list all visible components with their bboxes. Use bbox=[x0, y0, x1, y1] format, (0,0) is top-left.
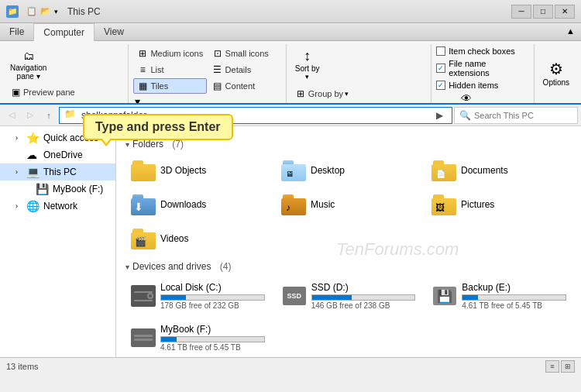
list-view-toggle[interactable]: ≡ bbox=[545, 360, 559, 373]
drive-icon-e: 💾 bbox=[432, 284, 457, 308]
grid-view-toggle[interactable]: ⊞ bbox=[561, 360, 575, 373]
ribbon-collapse-button[interactable]: ▲ bbox=[560, 23, 581, 40]
tiles-button[interactable]: ▦ Tiles bbox=[133, 78, 206, 94]
tab-file[interactable]: File bbox=[0, 23, 33, 40]
drive-item-e[interactable]: 💾 Backup (E:) 4.61 TB free of 5.45 TB bbox=[427, 278, 572, 314]
onedrive-label: OneDrive bbox=[43, 150, 83, 160]
folder-item-videos[interactable]: 🎬 Videos bbox=[125, 224, 271, 253]
search-bar[interactable]: 🔍 bbox=[454, 107, 578, 124]
item-checkboxes-row[interactable]: Item check boxes bbox=[436, 46, 515, 57]
content-button[interactable]: ▤ Content bbox=[208, 78, 281, 94]
folder-item-desktop[interactable]: 🖥 Desktop bbox=[276, 156, 421, 185]
content-area: › ⭐ Quick access ☁ OneDrive › 💻 This PC … bbox=[0, 126, 581, 357]
devices-title: Devices and drives bbox=[132, 261, 211, 272]
medium-icons-icon: ⊞ bbox=[136, 47, 149, 60]
drive-bar-container-e bbox=[462, 294, 566, 301]
search-input[interactable] bbox=[474, 111, 572, 120]
item-checkboxes-checkbox[interactable] bbox=[436, 46, 445, 56]
devices-section-header: ▾ Devices and drives (4) bbox=[125, 261, 572, 272]
this-pc-label: This PC bbox=[43, 167, 77, 177]
group-by-icon: ⊞ bbox=[294, 88, 307, 100]
hide-selected-button[interactable]: 👁 Hide selected items bbox=[436, 92, 497, 105]
ribbon-group-options: ⚙ Options bbox=[536, 44, 578, 103]
drive-free-c: 178 GB free of 232 GB bbox=[160, 301, 265, 310]
folder-name-3dobjects: 3D Objects bbox=[160, 165, 206, 176]
sidebar-item-mybook[interactable]: 💾 MyBook (F:) bbox=[0, 181, 115, 198]
small-icons-button[interactable]: ⊡ Small icons bbox=[208, 46, 281, 61]
tooltip-balloon: Type and press Enter bbox=[83, 114, 233, 140]
address-bar[interactable]: 📁 shell:appsfolder ▶ Type and press Ente… bbox=[59, 107, 452, 124]
drive-icon-c bbox=[131, 284, 156, 308]
medium-icons-button[interactable]: ⊞ Medium icons bbox=[133, 46, 206, 61]
hidden-items-label: Hidden items bbox=[449, 81, 498, 90]
qa-new-folder-icon[interactable]: 📂 bbox=[40, 6, 51, 16]
drive-free-d: 146 GB free of 238 GB bbox=[311, 301, 416, 310]
folder-item-pictures[interactable]: 🖼 Pictures bbox=[426, 190, 572, 219]
mybook-label: MyBook (F:) bbox=[53, 184, 103, 194]
details-button[interactable]: ☰ Details bbox=[208, 62, 281, 77]
folder-item-music[interactable]: ♪ Music bbox=[276, 190, 421, 219]
folder-name-documents: Documents bbox=[461, 165, 508, 176]
drive-item-f[interactable]: MyBook (F:) 4.61 TB free of 5.45 TB bbox=[125, 320, 270, 356]
file-ext-row[interactable]: File name extensions bbox=[436, 58, 529, 78]
title-text: This PC bbox=[67, 6, 101, 17]
window-controls: ─ □ ✕ bbox=[511, 5, 575, 19]
navigation-pane-button[interactable]: 🗂 Navigation pane ▾ bbox=[6, 46, 50, 83]
folder-item-documents[interactable]: 📄 Documents bbox=[426, 156, 572, 185]
title-bar: 📁 📋 📂 ▾ This PC ─ □ ✕ bbox=[0, 0, 581, 23]
navigation-pane-icon: 🗂 bbox=[21, 48, 36, 64]
drive-item-d[interactable]: SSD SSD (D:) 146 GB free of 238 GB bbox=[277, 278, 421, 314]
devices-chevron[interactable]: ▾ bbox=[125, 263, 129, 271]
file-ext-checkbox[interactable] bbox=[436, 64, 445, 73]
folder-item-downloads[interactable]: ⬇ Downloads bbox=[125, 190, 271, 219]
devices-count: (4) bbox=[220, 261, 232, 272]
maximize-button[interactable]: □ bbox=[533, 5, 553, 19]
drive-free-e: 4.61 TB free of 5.45 TB bbox=[462, 301, 566, 310]
list-button[interactable]: ≡ List bbox=[133, 62, 206, 77]
qa-properties-icon[interactable]: 📋 bbox=[26, 6, 37, 16]
drive-item-c[interactable]: Local Disk (C:) 178 GB free of 232 GB bbox=[125, 278, 270, 314]
folders-title: Folders bbox=[132, 139, 163, 150]
quick-access-chevron: › bbox=[15, 134, 23, 142]
folder-name-downloads: Downloads bbox=[160, 199, 206, 210]
quick-access-icon: ⭐ bbox=[26, 132, 40, 144]
sort-by-label: Sort by bbox=[295, 64, 320, 73]
qa-dropdown-icon[interactable]: ▾ bbox=[54, 8, 58, 15]
hidden-items-checkbox[interactable] bbox=[436, 81, 445, 90]
folder-icon-videos: 🎬 bbox=[131, 228, 156, 249]
sidebar-item-this-pc[interactable]: › 💻 This PC bbox=[0, 163, 115, 181]
sort-by-button[interactable]: ↕ Sort by ▾ bbox=[291, 46, 324, 83]
preview-pane-button[interactable]: ▣ Preview pane bbox=[6, 84, 78, 100]
sidebar-item-network[interactable]: › 🌐 Network bbox=[0, 198, 115, 215]
folder-item-3dobjects[interactable]: 3D Objects bbox=[125, 156, 271, 185]
hidden-items-row[interactable]: Hidden items bbox=[436, 80, 498, 91]
network-label: Network bbox=[43, 201, 77, 211]
up-button[interactable]: ↑ bbox=[40, 107, 57, 124]
mybook-icon: 💾 bbox=[36, 183, 50, 195]
content-icon: ▤ bbox=[211, 80, 224, 92]
sidebar: › ⭐ Quick access ☁ OneDrive › 💻 This PC … bbox=[0, 126, 116, 357]
minimize-button[interactable]: ─ bbox=[511, 5, 531, 19]
address-go-button[interactable]: ▶ bbox=[431, 110, 447, 121]
drive-info-e: Backup (E:) 4.61 TB free of 5.45 TB bbox=[462, 282, 566, 310]
app-icon: 📁 bbox=[6, 5, 19, 18]
group-by-button[interactable]: ⊞ Group by ▾ bbox=[291, 86, 391, 101]
folders-chevron[interactable]: ▾ bbox=[125, 140, 129, 149]
tab-view[interactable]: View bbox=[95, 23, 133, 40]
preview-pane-icon: ▣ bbox=[9, 86, 22, 98]
close-button[interactable]: ✕ bbox=[555, 5, 575, 19]
onedrive-icon: ☁ bbox=[26, 149, 40, 161]
network-icon: 🌐 bbox=[26, 200, 40, 212]
drive-bar-container-f bbox=[160, 336, 265, 342]
content-label: Content bbox=[225, 81, 256, 91]
small-icons-label: Small icons bbox=[225, 49, 269, 58]
drive-bar-f bbox=[161, 337, 177, 342]
sidebar-item-onedrive[interactable]: ☁ OneDrive bbox=[0, 146, 115, 163]
main-content: TenForums.com ▾ Folders (7) 3D Objects 🖥 bbox=[116, 126, 581, 357]
options-button[interactable]: ⚙ Options bbox=[539, 57, 573, 89]
tab-computer[interactable]: Computer bbox=[33, 23, 95, 41]
back-button[interactable]: ◁ bbox=[3, 107, 20, 124]
folder-icon-documents: 📄 bbox=[431, 160, 456, 181]
drive-icon-d: SSD bbox=[282, 284, 307, 308]
forward-button[interactable]: ▷ bbox=[22, 107, 39, 124]
